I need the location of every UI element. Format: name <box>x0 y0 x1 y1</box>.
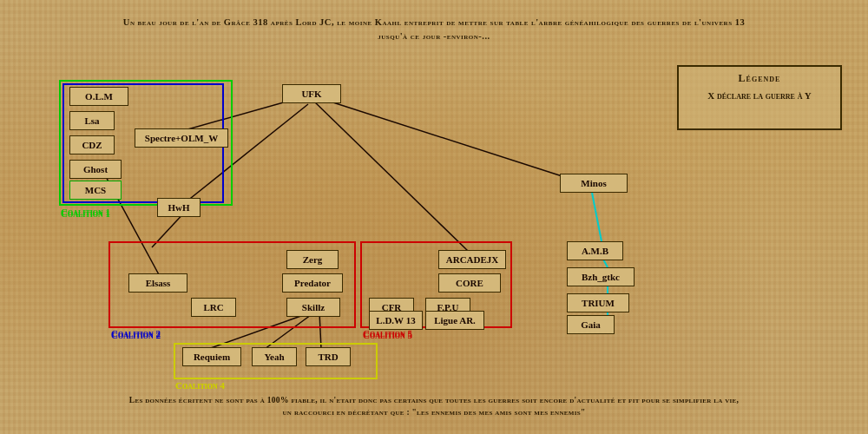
node-hwh: HwH <box>157 198 201 217</box>
node-cdz: CDZ <box>69 135 115 155</box>
node-mcs: MCS <box>69 181 122 200</box>
node-core: CORE <box>438 273 501 293</box>
legend-box: Légende X déclare la guerre à Y <box>677 65 842 130</box>
legend-title: Légende <box>687 72 832 85</box>
node-ligue-ar: Ligue AR. <box>425 311 484 330</box>
header-text: Un beau jour de l'an de Grâce 318 après … <box>52 16 816 43</box>
node-spectre-olm: Spectre+OLM_W <box>135 128 228 148</box>
svg-line-9 <box>592 193 602 241</box>
node-trd: TRD <box>306 347 351 366</box>
node-skillz: Skillz <box>286 298 340 317</box>
coalition5-label-display: Coalition 5 <box>363 330 412 340</box>
legend-text: X déclare la guerre à Y <box>687 90 832 101</box>
node-trium: TRIUM <box>567 293 629 312</box>
node-ldw13: L.D.W 13 <box>369 311 423 330</box>
node-elsass: Elsass <box>128 273 187 293</box>
coalition1-label-display: Coalition 1 <box>61 208 110 219</box>
node-requiem: Requiem <box>182 347 241 366</box>
footer-text: Les données écritent ne sont pas à 100% … <box>26 394 842 419</box>
svg-line-2 <box>312 100 469 252</box>
coalition4-label-display: Coalition 4 <box>175 380 225 391</box>
svg-line-3 <box>317 97 573 180</box>
coalition2-label-display: Coalition 2 <box>111 330 161 340</box>
node-lsa: Lsa <box>69 111 115 130</box>
node-lrc: LRC <box>191 298 236 317</box>
node-amb: A.M.B <box>567 241 623 260</box>
node-bzh-gtkc: Bzh_gtkc <box>567 267 635 286</box>
node-minos: Minos <box>560 174 628 193</box>
node-arcadejx: ARCADEJX <box>438 250 506 269</box>
node-zerg: Zerg <box>286 250 339 269</box>
node-ghost: Ghost <box>69 160 122 179</box>
node-gaia: Gaia <box>567 315 615 334</box>
node-predator: Predator <box>282 273 343 293</box>
node-ufk: UFK <box>282 84 341 103</box>
node-olm: O.L.M <box>69 87 128 106</box>
node-yeah: Yeah <box>252 347 297 366</box>
